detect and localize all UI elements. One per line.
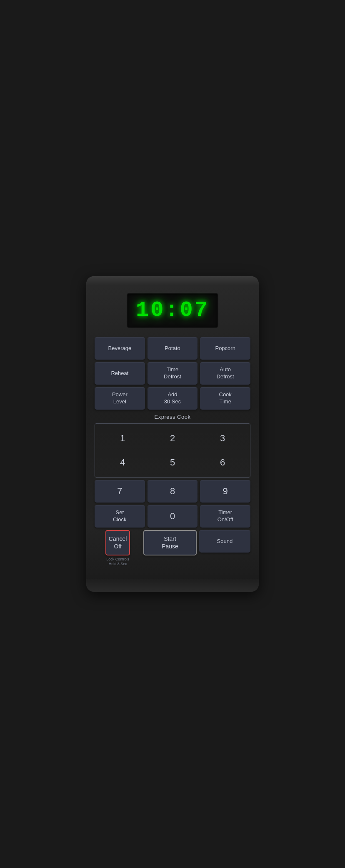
num-9-button[interactable]: 9 (200, 480, 250, 503)
start-pause-button[interactable]: StartPause (143, 530, 196, 555)
sound-button[interactable]: Sound (199, 530, 250, 553)
top-ridge (86, 276, 259, 285)
num-1-button[interactable]: 1 (98, 426, 148, 450)
row-789: 7 8 9 (95, 480, 250, 503)
set-clock-button[interactable]: SetClock (95, 505, 145, 528)
numpad-box: 1 2 3 4 5 6 (95, 423, 250, 478)
numpad-row-123: 1 2 3 (98, 426, 248, 450)
num-0-button[interactable]: 0 (148, 505, 198, 528)
row-cook: PowerLevel Add30 Sec CookTime (95, 387, 250, 410)
express-cook-label: Express Cook (95, 412, 250, 421)
row-preset: Beverage Potato Popcorn (95, 337, 250, 360)
popcorn-button[interactable]: Popcorn (200, 337, 250, 360)
num-3-button[interactable]: 3 (198, 426, 248, 450)
row-clock-timer: SetClock 0 TimerOn/Off (95, 505, 250, 528)
display-area: 10:07 (127, 293, 218, 328)
num-7-button[interactable]: 7 (95, 480, 145, 503)
row-defrost: Reheat TimeDefrost AutoDefrost (95, 362, 250, 385)
microwave-panel: 10:07 Beverage Potato Popcorn Reheat Tim… (86, 276, 259, 592)
row-action: CancelOff Lock ControlsHold 3 Sec StartP… (95, 530, 250, 567)
cancel-off-button[interactable]: CancelOff (105, 530, 130, 555)
lock-controls-label: Lock ControlsHold 3 Sec (106, 557, 129, 567)
numpad-row-456: 4 5 6 (98, 450, 248, 475)
reheat-button[interactable]: Reheat (95, 362, 145, 385)
control-panel: Beverage Potato Popcorn Reheat TimeDefro… (95, 337, 250, 567)
timer-button[interactable]: TimerOn/Off (200, 505, 250, 528)
num-8-button[interactable]: 8 (148, 480, 198, 503)
add-30sec-button[interactable]: Add30 Sec (148, 387, 198, 410)
cancel-wrapper: CancelOff Lock ControlsHold 3 Sec (95, 530, 141, 567)
num-2-button[interactable]: 2 (148, 426, 198, 450)
num-5-button[interactable]: 5 (148, 450, 198, 475)
time-defrost-button[interactable]: TimeDefrost (148, 362, 198, 385)
potato-button[interactable]: Potato (148, 337, 198, 360)
time-display: 10:07 (136, 300, 209, 321)
beverage-button[interactable]: Beverage (95, 337, 145, 360)
auto-defrost-button[interactable]: AutoDefrost (200, 362, 250, 385)
cook-time-button[interactable]: CookTime (200, 387, 250, 410)
bottom-ridge (86, 579, 259, 592)
power-level-button[interactable]: PowerLevel (95, 387, 145, 410)
num-4-button[interactable]: 4 (98, 450, 148, 475)
num-6-button[interactable]: 6 (198, 450, 248, 475)
